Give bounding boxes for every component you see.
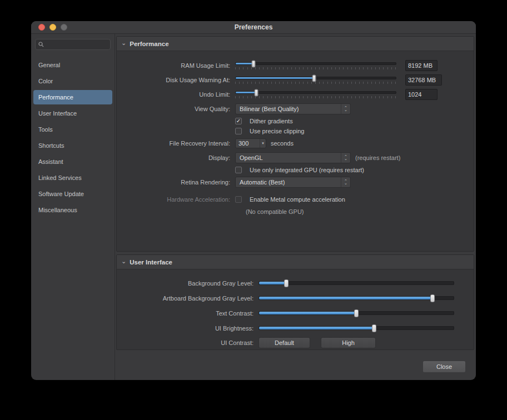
minimize-window-icon[interactable] xyxy=(49,24,56,31)
undo-limit-field[interactable] xyxy=(405,89,438,100)
sidebar-item-tools[interactable]: Tools xyxy=(33,122,112,137)
hardware-accel-row: Hardware Acceleration: Enable Metal comp… xyxy=(122,192,468,207)
ram-usage-slider[interactable] xyxy=(235,62,396,69)
window-title: Preferences xyxy=(235,23,273,31)
user-interface-section-header[interactable]: ⌄ User Interface xyxy=(117,255,474,269)
retina-rendering-dropdown[interactable]: Automatic (Best) ⌃⌄ xyxy=(235,177,351,188)
display-value: OpenGL xyxy=(240,154,263,161)
chevron-down-icon: ⌄ xyxy=(121,40,126,46)
sidebar-item-software-update[interactable]: Software Update xyxy=(33,187,112,201)
sidebar-item-miscellaneous[interactable]: Miscellaneous xyxy=(33,203,112,217)
sidebar-item-performance[interactable]: Performance xyxy=(33,90,112,104)
ui-brightness-row: UI Brightness: xyxy=(122,321,468,336)
file-recovery-combo[interactable]: ▾ xyxy=(235,138,266,148)
ui-contrast-row: UI Contrast: Default High xyxy=(122,336,468,350)
traffic-lights xyxy=(38,24,67,31)
updown-chevrons-icon: ⌃⌄ xyxy=(341,177,350,187)
sidebar-item-assistant[interactable]: Assistant xyxy=(33,154,112,169)
content-area: ⌄ Performance RAM Usage Limit: xyxy=(115,34,476,380)
ui-contrast-high-button[interactable]: High xyxy=(321,337,376,348)
artboard-gray-label: Artboard Background Gray Level: xyxy=(122,295,259,302)
dither-gradients-checkbox[interactable] xyxy=(235,118,242,124)
sidebar-item-color[interactable]: Color xyxy=(33,74,112,88)
sidebar-item-general[interactable]: General xyxy=(33,58,112,72)
metal-accel-label: Enable Metal compute acceleration xyxy=(250,196,345,203)
updown-chevrons-icon: ⌃⌄ xyxy=(341,153,350,163)
text-contrast-slider[interactable] xyxy=(259,311,454,315)
file-recovery-row: File Recovery Interval: ▾ seconds xyxy=(122,136,468,151)
gpu-note-row: (No compatible GPU) xyxy=(122,207,468,217)
retina-rendering-row: Retina Rendering: Automatic (Best) ⌃⌄ xyxy=(122,175,468,189)
view-quality-row: View Quality: Bilinear (Best Quality) ⌃⌄ xyxy=(122,102,468,116)
close-window-icon[interactable] xyxy=(38,24,45,31)
zoom-window-icon xyxy=(61,24,67,31)
slider-thumb[interactable] xyxy=(430,294,435,302)
text-contrast-label: Text Contrast: xyxy=(122,310,259,317)
integrated-gpu-checkbox[interactable] xyxy=(235,167,242,173)
background-gray-label: Background Gray Level: xyxy=(122,280,259,287)
user-interface-section: ⌄ User Interface Background Gray Level: xyxy=(116,254,474,350)
artboard-gray-slider[interactable] xyxy=(259,296,454,300)
desktop: { "window": { "title": "Preferences", "c… xyxy=(0,0,507,420)
precise-clipping-label: Use precise clipping xyxy=(250,128,304,134)
search-icon xyxy=(38,42,44,47)
retina-rendering-value: Automatic (Best) xyxy=(240,179,285,186)
chevron-down-icon: ⌄ xyxy=(121,258,126,264)
updown-chevrons-icon: ⌃⌄ xyxy=(341,104,350,114)
footer: Close xyxy=(116,353,474,380)
user-interface-section-title: User Interface xyxy=(130,259,172,266)
slider-thumb[interactable] xyxy=(255,89,259,96)
close-button[interactable]: Close xyxy=(422,361,466,373)
display-note: (requires restart) xyxy=(355,154,400,161)
slider-thumb[interactable] xyxy=(354,309,359,317)
precise-clipping-checkbox[interactable] xyxy=(235,128,242,134)
undo-limit-label: Undo Limit: xyxy=(122,91,235,98)
disk-warning-field[interactable] xyxy=(405,74,442,86)
background-gray-slider[interactable] xyxy=(259,281,454,285)
title-bar[interactable]: Preferences xyxy=(31,21,476,34)
file-recovery-input[interactable] xyxy=(236,140,260,147)
performance-section: ⌄ Performance RAM Usage Limit: xyxy=(116,36,474,252)
display-dropdown[interactable]: OpenGL ⌃⌄ xyxy=(235,152,351,163)
view-quality-label: View Quality: xyxy=(122,106,235,112)
ram-usage-label: RAM Usage Limit: xyxy=(122,62,235,69)
background-gray-row: Background Gray Level: xyxy=(122,276,468,291)
slider-thumb[interactable] xyxy=(284,279,289,287)
ui-brightness-slider[interactable] xyxy=(259,326,454,330)
ui-contrast-default-button[interactable]: Default xyxy=(259,337,310,348)
view-quality-value: Bilinear (Best Quality) xyxy=(240,106,299,112)
ui-brightness-label: UI Brightness: xyxy=(122,325,259,332)
view-quality-dropdown[interactable]: Bilinear (Best Quality) ⌃⌄ xyxy=(235,103,351,114)
ui-contrast-label: UI Contrast: xyxy=(122,339,259,346)
disk-warning-label: Disk Usage Warning At: xyxy=(122,77,235,83)
sidebar: General Color Performance User Interface… xyxy=(31,34,115,380)
preferences-window: Preferences General Color Performance Us… xyxy=(31,21,476,380)
search-input[interactable] xyxy=(35,39,111,50)
sidebar-item-user-interface[interactable]: User Interface xyxy=(33,106,112,121)
dither-gradients-row: Dither gradients xyxy=(122,116,468,126)
artboard-gray-row: Artboard Background Gray Level: xyxy=(122,291,468,306)
slider-thumb[interactable] xyxy=(312,74,316,82)
disk-warning-slider[interactable] xyxy=(235,77,396,84)
slider-thumb[interactable] xyxy=(251,60,255,67)
sidebar-item-shortcuts[interactable]: Shortcuts xyxy=(33,138,112,153)
metal-accel-checkbox xyxy=(235,196,242,203)
ram-usage-row: RAM Usage Limit: xyxy=(122,58,468,73)
file-recovery-suffix: seconds xyxy=(271,140,294,147)
disk-warning-row: Disk Usage Warning At: xyxy=(122,73,468,87)
sidebar-item-linked-services[interactable]: Linked Services xyxy=(33,171,112,185)
text-contrast-row: Text Contrast: xyxy=(122,306,468,321)
undo-limit-slider[interactable] xyxy=(235,91,396,98)
precise-clipping-row: Use precise clipping xyxy=(122,126,468,136)
undo-limit-row: Undo Limit: xyxy=(122,87,468,102)
slider-thumb[interactable] xyxy=(372,324,376,332)
integrated-gpu-label: Use only integrated GPU (requires restar… xyxy=(250,167,364,173)
display-row: Display: OpenGL ⌃⌄ (requires restart) xyxy=(122,151,468,165)
display-label: Display: xyxy=(122,154,235,161)
performance-section-header[interactable]: ⌄ Performance xyxy=(117,37,474,51)
ram-usage-field[interactable] xyxy=(405,60,438,71)
retina-rendering-label: Retina Rendering: xyxy=(122,179,235,186)
chevron-down-icon[interactable]: ▾ xyxy=(260,139,266,148)
performance-section-title: Performance xyxy=(130,41,168,47)
integrated-gpu-row: Use only integrated GPU (requires restar… xyxy=(122,165,468,175)
